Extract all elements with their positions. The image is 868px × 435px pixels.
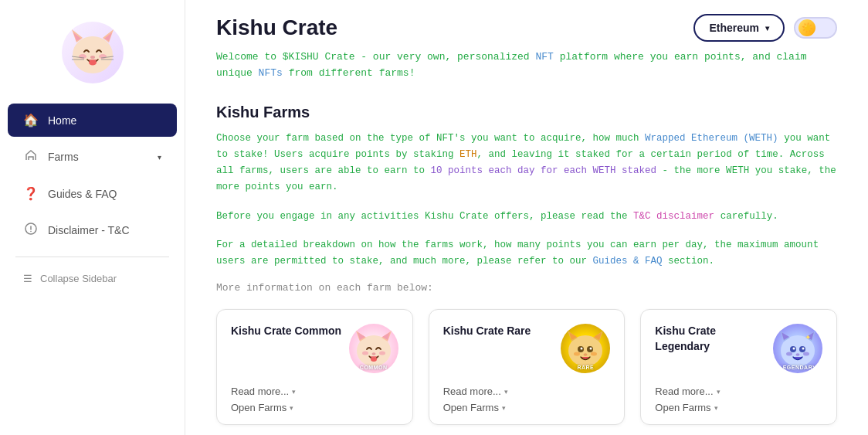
- farm-card-legendary: Kishu Crate Legendary: [640, 309, 837, 425]
- ethereum-label: Ethereum: [709, 22, 759, 34]
- farms-section-title: Kishu Farms: [216, 104, 837, 121]
- collapse-icon: ☰: [23, 273, 32, 284]
- logo-area: [0, 12, 185, 102]
- farm-card-common: Kishu Crate Common: [216, 309, 413, 425]
- sidebar-farms-label: Farms: [48, 151, 148, 163]
- read-more-chevron: ▾: [292, 388, 296, 396]
- disclaimer-icon: [23, 223, 39, 238]
- farm-legendary-open-farms[interactable]: Open Farms ▾: [655, 402, 822, 413]
- svg-point-33: [590, 348, 592, 350]
- sidebar: 🏠 Home Farms ▾ ❓ Guides & FAQ Disclaimer…: [0, 0, 185, 435]
- page-header: Kishu Crate Ethereum ▾ ☀️: [185, 0, 868, 49]
- collapse-sidebar-button[interactable]: ☰ Collapse Sidebar: [8, 265, 177, 292]
- open-farms-chevron: ▾: [290, 404, 293, 412]
- svg-point-36: [584, 354, 588, 357]
- svg-point-45: [802, 348, 805, 350]
- collapse-label: Collapse Sidebar: [40, 273, 117, 284]
- faq-notice: For a detailed breakdown on how the farm…: [216, 237, 837, 270]
- svg-point-15: [30, 231, 32, 233]
- sidebar-item-disclaimer[interactable]: Disclaimer - T&C: [8, 213, 177, 247]
- farm-common-read-more[interactable]: Read more... ▾: [231, 386, 398, 397]
- farm-rare-open-farms[interactable]: Open Farms ▾: [443, 402, 611, 413]
- header-controls: Ethereum ▾ ☀️: [693, 14, 837, 42]
- main-content: Kishu Crate Ethereum ▾ ☀️ Welcome to $KI…: [185, 0, 868, 435]
- sidebar-divider: [15, 257, 169, 257]
- svg-point-47: [803, 352, 809, 356]
- farm-card-rare-title: Kishu Crate Rare: [443, 324, 561, 339]
- farm-card-rare-actions: Read more... ▾ Open Farms ▾: [443, 386, 611, 413]
- page-content: Welcome to $KISHU Crate - our very own, …: [185, 49, 868, 435]
- ethereum-button[interactable]: Ethereum ▾: [693, 14, 785, 42]
- farm-card-common-actions: Read more... ▾ Open Farms ▾: [231, 386, 398, 413]
- sidebar-disclaimer-label: Disclaimer - T&C: [48, 224, 161, 236]
- farm-card-common-title: Kishu Crate Common: [231, 324, 349, 339]
- tc-link[interactable]: T&C disclaimer: [633, 211, 714, 222]
- svg-point-21: [362, 352, 368, 355]
- farm-cards-container: Kishu Crate Common: [216, 309, 837, 425]
- page-title: Kishu Crate: [216, 15, 337, 40]
- farm-card-common-header: Kishu Crate Common: [231, 324, 398, 373]
- faq-link[interactable]: Guides & FAQ: [593, 256, 663, 267]
- read-more-chevron-legendary: ▾: [717, 388, 721, 396]
- svg-point-7: [89, 60, 97, 66]
- ethereum-chevron-icon: ▾: [765, 24, 769, 32]
- farm-legendary-read-more[interactable]: Read more... ▾: [655, 386, 822, 397]
- app-logo: [62, 22, 124, 83]
- svg-point-32: [581, 348, 583, 350]
- farm-common-open-farms[interactable]: Open Farms ▾: [231, 402, 398, 413]
- open-farms-chevron-legendary: ▾: [714, 404, 718, 412]
- farm-legendary-mascot: ✦ LEGENDARY: [773, 324, 822, 373]
- theme-toggle-button[interactable]: ☀️: [794, 17, 837, 39]
- svg-point-0: [73, 36, 113, 73]
- farms-icon: [23, 149, 39, 165]
- theme-toggle-icon: ☀️: [798, 19, 815, 36]
- tc-notice: Before you engage in any activities Kish…: [216, 209, 837, 225]
- more-info-text: More information on each farm below:: [216, 282, 837, 294]
- open-farms-chevron-rare: ▾: [502, 404, 506, 412]
- farms-chevron-icon: ▾: [158, 153, 161, 161]
- farm-card-rare-header: Kishu Crate Rare: [443, 324, 611, 373]
- farm-card-legendary-title: Kishu Crate Legendary: [655, 324, 773, 354]
- sidebar-item-farms[interactable]: Farms ▾: [8, 140, 177, 174]
- svg-point-44: [793, 348, 795, 350]
- sidebar-item-home[interactable]: 🏠 Home: [8, 104, 177, 137]
- home-icon: 🏠: [23, 113, 39, 127]
- farm-common-mascot: COMMON: [349, 324, 398, 373]
- farm-rare-read-more[interactable]: Read more... ▾: [443, 386, 611, 397]
- welcome-text: Welcome to $KISHU Crate - our very own, …: [216, 49, 837, 82]
- svg-point-48: [796, 354, 800, 357]
- sidebar-guides-label: Guides & FAQ: [48, 188, 161, 200]
- svg-point-23: [371, 357, 377, 362]
- svg-point-22: [379, 352, 385, 355]
- svg-point-8: [90, 56, 95, 59]
- farm-card-rare: Kishu Crate Rare: [429, 309, 626, 425]
- guides-icon: ❓: [23, 186, 39, 201]
- farms-description: Choose your farm based on the type of NF…: [216, 131, 837, 196]
- svg-point-46: [786, 352, 792, 356]
- farm-card-legendary-actions: Read more... ▾ Open Farms ▾: [655, 386, 822, 413]
- read-more-chevron-rare: ▾: [504, 388, 508, 396]
- farm-card-legendary-header: Kishu Crate Legendary: [655, 324, 822, 373]
- svg-point-24: [371, 353, 375, 356]
- farm-rare-mascot: RARE: [561, 324, 610, 373]
- sidebar-item-label: Home: [48, 114, 161, 127]
- svg-point-34: [574, 352, 580, 356]
- svg-point-35: [591, 352, 597, 356]
- svg-text:✦: ✦: [805, 333, 811, 342]
- sidebar-item-guides[interactable]: ❓ Guides & FAQ: [8, 177, 177, 210]
